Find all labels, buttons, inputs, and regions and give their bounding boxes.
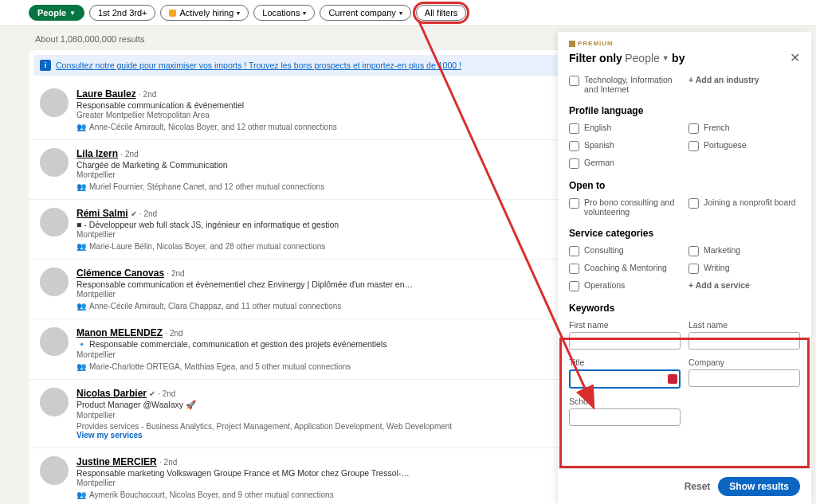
first-name-input[interactable] bbox=[569, 332, 681, 350]
mutual-connections: 👥Marie-Charlotte ORTEGA, Matthias Egea, … bbox=[76, 362, 556, 371]
svc-marketing-checkbox[interactable]: Marketing bbox=[688, 245, 800, 256]
services-line: Provides services - Business Analytics, … bbox=[76, 422, 556, 431]
caret-down-icon: ▼ bbox=[662, 54, 669, 62]
result-name-link[interactable]: Manon MELENDEZ bbox=[76, 327, 163, 338]
company-label: Company bbox=[688, 357, 800, 367]
mutual-connections: 👥Marie-Laure Bélin, Nicolas Boyer, and 2… bbox=[76, 242, 556, 251]
result-location: Greater Montpellier Metropolitan Area bbox=[76, 111, 556, 119]
avatar[interactable] bbox=[40, 148, 69, 177]
hiring-icon bbox=[169, 10, 176, 17]
avatar[interactable] bbox=[40, 327, 69, 356]
mutual-connections: 👥Anne-Cécile Amirault, Nicolas Boyer, an… bbox=[76, 123, 556, 131]
result-name-link[interactable]: Laure Baulez bbox=[76, 88, 136, 100]
people-icon: 👥 bbox=[76, 362, 86, 371]
result-headline: 🔹 Responsable commerciale, communication… bbox=[76, 339, 556, 350]
connection-degree: · 2nd bbox=[167, 269, 184, 278]
mutual-connections: 👥Aymerik Bouchacourt, Nicolas Boyer, and… bbox=[76, 490, 556, 499]
title-input[interactable] bbox=[569, 369, 681, 389]
premium-badge: PREMIUM bbox=[569, 40, 800, 47]
last-name-label: Last name bbox=[688, 320, 800, 330]
lang-english-checkbox[interactable]: English bbox=[569, 123, 681, 134]
open-board-checkbox[interactable]: Joining a nonprofit board bbox=[688, 197, 800, 217]
svc-coaching-checkbox[interactable]: Coaching & Mentoring bbox=[569, 263, 681, 274]
people-icon: 👥 bbox=[76, 490, 86, 499]
avatar[interactable] bbox=[40, 268, 69, 296]
search-result: Manon MELENDEZ · 2nd 🔹 Responsable comme… bbox=[29, 319, 634, 380]
connection-degree: ✔ · 2nd bbox=[149, 389, 175, 398]
mutual-connections: 👥Muriel Fournier, Stéphane Canet, and 12… bbox=[76, 182, 556, 191]
search-result: Clémence Canovas · 2nd Responsable commu… bbox=[29, 260, 634, 319]
connection-degree: ✔ · 2nd bbox=[131, 209, 157, 218]
avatar[interactable] bbox=[40, 456, 69, 485]
results-list: i Consultez notre guide pour maximiser v… bbox=[29, 50, 634, 504]
result-name-link[interactable]: Clémence Canovas bbox=[76, 268, 164, 279]
connection-degree: · 2nd bbox=[139, 90, 156, 99]
result-name-link[interactable]: Nicolas Darbier bbox=[76, 388, 147, 399]
result-headline: Chargée de Marketing & Communication bbox=[76, 160, 556, 170]
lang-spanish-checkbox[interactable]: Spanish bbox=[569, 140, 681, 151]
result-name-link[interactable]: Rémi Salmi bbox=[76, 208, 128, 219]
result-headline: ■ - Développeur web full stack JS, ingén… bbox=[76, 220, 556, 229]
svc-consulting-checkbox[interactable]: Consulting bbox=[569, 245, 681, 256]
first-name-label: First name bbox=[569, 320, 681, 330]
add-industry-button[interactable]: + Add an industry bbox=[688, 75, 800, 94]
connection-degree: · 2nd bbox=[120, 150, 138, 158]
people-icon: 👥 bbox=[76, 123, 86, 131]
result-headline: Product Manager @Waalaxy 🚀 bbox=[76, 400, 556, 410]
connection-degree: · 2nd bbox=[165, 329, 182, 338]
result-location: Montpellier bbox=[76, 411, 556, 420]
result-location: Montpellier bbox=[76, 350, 556, 359]
avatar[interactable] bbox=[40, 388, 69, 416]
connection-degree: · 2nd bbox=[159, 458, 177, 467]
show-results-button[interactable]: Show results bbox=[718, 477, 800, 496]
result-headline: Responsable marketing Volkswagen Groupe … bbox=[76, 468, 556, 478]
avatar[interactable] bbox=[40, 208, 69, 236]
result-name-link[interactable]: Justine MERCIER bbox=[76, 456, 157, 467]
current-company-filter-pill[interactable]: Current company ▾ bbox=[320, 5, 410, 21]
caret-down-icon: ▾ bbox=[303, 10, 306, 17]
result-location: Montpellier bbox=[76, 170, 556, 179]
result-location: Montpellier bbox=[76, 479, 556, 487]
svc-writing-checkbox[interactable]: Writing bbox=[688, 263, 800, 274]
school-input[interactable] bbox=[569, 408, 681, 426]
connections-filter-pill[interactable]: 1st 2nd 3rd+ bbox=[89, 5, 155, 21]
people-icon: 👥 bbox=[76, 242, 86, 251]
info-icon: i bbox=[40, 60, 51, 71]
search-result: Lila Izern · 2nd Chargée de Marketing & … bbox=[29, 140, 634, 200]
lang-german-checkbox[interactable]: German bbox=[569, 158, 681, 169]
close-icon[interactable]: ✕ bbox=[790, 50, 800, 65]
all-filters-button[interactable]: All filters bbox=[416, 5, 467, 21]
lang-french-checkbox[interactable]: French bbox=[688, 123, 800, 134]
view-services-link[interactable]: View my services bbox=[76, 431, 556, 440]
filter-panel: PREMIUM Filter only People ▼ by ✕ Techno… bbox=[558, 32, 811, 504]
result-location: Montpellier bbox=[76, 290, 556, 299]
lang-portuguese-checkbox[interactable]: Portuguese bbox=[688, 140, 800, 151]
open-probono-checkbox[interactable]: Pro bono consulting and volunteering bbox=[569, 197, 681, 217]
reset-button[interactable]: Reset bbox=[685, 481, 711, 492]
add-service-button[interactable]: + Add a service bbox=[688, 280, 800, 291]
result-location: Montpellier bbox=[76, 230, 556, 239]
industry-checkbox[interactable]: Technology, Information and Internet bbox=[569, 75, 681, 94]
filter-entity-select[interactable]: People ▼ bbox=[625, 52, 669, 64]
caret-down-icon: ▾ bbox=[399, 10, 402, 17]
company-input[interactable] bbox=[688, 369, 800, 387]
result-headline: Responsable communication & évènementiel bbox=[76, 100, 556, 110]
search-result: Nicolas Darbier ✔ · 2nd Product Manager … bbox=[29, 380, 634, 448]
mutual-connections: 👥Anne-Cécile Amirault, Clara Chappaz, an… bbox=[76, 302, 556, 311]
svc-operations-checkbox[interactable]: Operations bbox=[569, 280, 681, 291]
title-label: Title bbox=[569, 357, 681, 367]
guide-link[interactable]: Consultez notre guide pour maximiser vos… bbox=[56, 61, 461, 70]
result-name-link[interactable]: Lila Izern bbox=[76, 148, 118, 159]
hiring-filter-pill[interactable]: Actively hiring ▾ bbox=[160, 5, 249, 21]
people-filter-pill[interactable]: People ▼ bbox=[29, 5, 84, 21]
result-headline: Responsable communication et évènementie… bbox=[76, 279, 556, 289]
avatar[interactable] bbox=[40, 88, 69, 117]
filter-by-label: by bbox=[672, 52, 685, 64]
school-label: School bbox=[569, 397, 681, 406]
search-result: Laure Baulez · 2nd Responsable communica… bbox=[29, 80, 634, 140]
locations-filter-pill[interactable]: Locations ▾ bbox=[253, 5, 315, 21]
service-categories-heading: Service categories bbox=[569, 228, 800, 239]
profile-language-heading: Profile language bbox=[569, 105, 800, 116]
last-name-input[interactable] bbox=[688, 332, 800, 350]
people-icon: 👥 bbox=[76, 182, 86, 191]
